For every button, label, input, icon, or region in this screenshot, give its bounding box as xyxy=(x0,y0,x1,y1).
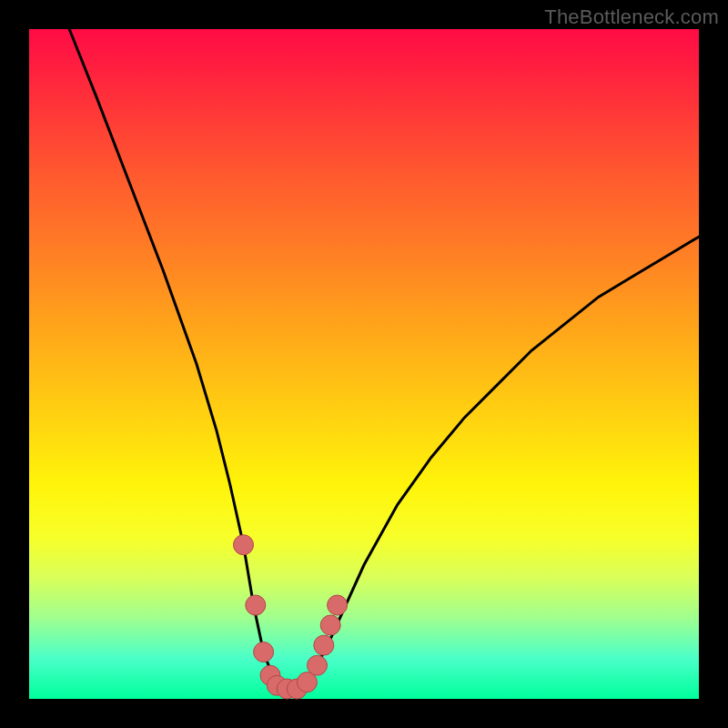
plot-area xyxy=(29,29,699,699)
chart-frame: TheBottleneck.com xyxy=(0,0,728,728)
bottleneck-curve xyxy=(69,29,699,689)
chart-svg xyxy=(29,29,699,699)
curve-marker xyxy=(308,655,328,675)
marker-group xyxy=(234,535,348,699)
curve-marker xyxy=(234,535,254,555)
watermark-text: TheBottleneck.com xyxy=(544,5,719,29)
curve-marker xyxy=(314,635,334,655)
curve-marker xyxy=(246,595,266,615)
curve-marker xyxy=(320,615,340,635)
curve-marker xyxy=(254,642,274,662)
curve-marker xyxy=(328,595,348,615)
